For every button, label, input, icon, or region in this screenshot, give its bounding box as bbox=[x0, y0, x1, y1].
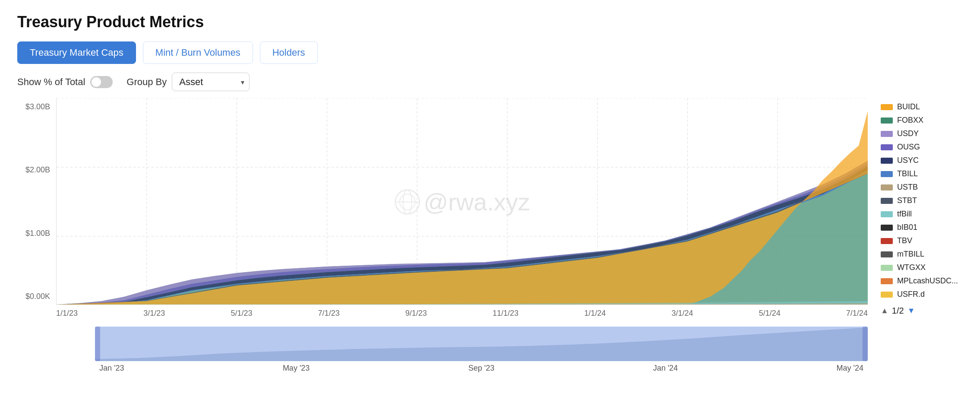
group-by-select[interactable]: AssetProtocolChain bbox=[172, 73, 250, 91]
x-axis-label: 5/1/23 bbox=[231, 309, 252, 318]
legend-label-WTGXX: WTGXX bbox=[897, 263, 926, 272]
legend-label-USFRd: USFR.d bbox=[897, 290, 925, 299]
mini-chart-label: May '23 bbox=[283, 364, 310, 373]
y-axis: $3.00B$2.00B$1.00B$0.00K bbox=[17, 98, 56, 305]
show-percent-label: Show % of Total bbox=[17, 76, 85, 88]
show-percent-toggle-label: Show % of Total bbox=[17, 76, 113, 88]
legend-item-tfBill: tfBill bbox=[881, 210, 963, 219]
legend-item-OUSG: OUSG bbox=[881, 143, 963, 152]
y-axis-label: $1.00B bbox=[17, 229, 50, 238]
legend-color-USDY bbox=[881, 131, 893, 137]
mini-chart-right-handle[interactable] bbox=[863, 327, 868, 361]
chart-svg: @rwa.xyz bbox=[56, 98, 868, 305]
y-axis-label: $0.00K bbox=[17, 292, 50, 301]
mini-chart-label: Jan '23 bbox=[99, 364, 124, 373]
x-axis-label: 9/1/23 bbox=[405, 309, 427, 318]
legend-item-FOBXX: FOBXX bbox=[881, 116, 963, 125]
mini-chart-left-handle[interactable] bbox=[95, 327, 100, 361]
tab-treasury-market-caps[interactable]: Treasury Market Caps bbox=[17, 41, 136, 64]
x-axis-label: 3/1/24 bbox=[671, 309, 693, 318]
page-title: Treasury Product Metrics bbox=[17, 13, 963, 31]
mini-chart-wrapper: Jan '23May '23Sep '23Jan '24May '24 bbox=[95, 327, 868, 373]
mini-chart-section: Jan '23May '23Sep '23Jan '24May '24 bbox=[56, 327, 868, 373]
x-axis-label: 7/1/24 bbox=[846, 309, 868, 318]
legend-color-STBT bbox=[881, 198, 893, 204]
legend-item-USFRd: USFR.d bbox=[881, 290, 963, 299]
mini-chart-labels: Jan '23May '23Sep '23Jan '24May '24 bbox=[95, 364, 868, 373]
legend-item-STBT: STBT bbox=[881, 196, 963, 205]
legend-color-MPLcashUSDC bbox=[881, 278, 893, 284]
group-by-label: Group By bbox=[126, 76, 167, 88]
legend-item-MPLcashUSDC: MPLcashUSDC... bbox=[881, 276, 963, 286]
x-axis-label: 1/1/24 bbox=[584, 309, 606, 318]
legend-color-TBV bbox=[881, 238, 893, 244]
group-by-select-wrapper: AssetProtocolChain ▾ bbox=[172, 73, 250, 91]
legend-label-USYC: USYC bbox=[897, 156, 919, 165]
toolbar: Treasury Market CapsMint / Burn VolumesH… bbox=[17, 41, 963, 64]
mini-chart-label: Sep '23 bbox=[468, 364, 495, 373]
legend-color-BUIDL bbox=[881, 104, 893, 110]
legend-label-tfBill: tfBill bbox=[897, 210, 912, 219]
legend-label-MPLcashUSDC: MPLcashUSDC... bbox=[897, 276, 958, 286]
chart-and-xaxis: @rwa.xyz bbox=[56, 98, 868, 373]
legend-item-USYC: USYC bbox=[881, 156, 963, 165]
legend-color-tfBill bbox=[881, 211, 893, 217]
chart-legend: BUIDLFOBXXUSDYOUSGUSYCTBILLUSTBSTBTtfBil… bbox=[868, 98, 963, 373]
tab-holders[interactable]: Holders bbox=[260, 41, 318, 64]
main-chart-section: $3.00B$2.00B$1.00B$0.00K @rwa.xyz bbox=[17, 98, 963, 373]
y-axis-label: $2.00B bbox=[17, 165, 50, 175]
tab-mint-burn-volumes[interactable]: Mint / Burn Volumes bbox=[143, 41, 253, 64]
legend-item-WTGXX: WTGXX bbox=[881, 263, 963, 272]
legend-label-mTBILL: mTBILL bbox=[897, 250, 924, 259]
legend-item-USTB: USTB bbox=[881, 183, 963, 192]
legend-color-mTBILL bbox=[881, 251, 893, 257]
page-up-arrow[interactable]: ▲ bbox=[881, 306, 888, 315]
legend-color-USTB bbox=[881, 184, 893, 190]
legend-item-TBV: TBV bbox=[881, 236, 963, 245]
legend-color-USFRd bbox=[881, 292, 893, 298]
mini-chart[interactable] bbox=[95, 327, 868, 361]
legend-item-BUIDL: BUIDL bbox=[881, 102, 963, 111]
legend-color-WTGXX bbox=[881, 265, 893, 271]
legend-color-OUSG bbox=[881, 144, 893, 150]
page-indicator: 1/2 bbox=[892, 306, 904, 316]
group-by-row: Group By AssetProtocolChain ▾ bbox=[126, 73, 250, 91]
legend-item-USDY: USDY bbox=[881, 129, 963, 138]
legend-color-USYC bbox=[881, 158, 893, 164]
mini-chart-label: May '24 bbox=[837, 364, 863, 373]
legend-item-mTBILL: mTBILL bbox=[881, 250, 963, 259]
legend-color-FOBXX bbox=[881, 117, 893, 124]
legend-label-OUSG: OUSG bbox=[897, 143, 920, 152]
legend-label-bIB01: bIB01 bbox=[897, 223, 917, 232]
mini-chart-label: Jan '24 bbox=[653, 364, 678, 373]
x-axis: 1/1/233/1/235/1/237/1/239/1/2311/1/231/1… bbox=[56, 305, 868, 318]
show-percent-toggle[interactable] bbox=[90, 76, 113, 88]
y-axis-label: $3.00B bbox=[17, 102, 50, 111]
legend-label-STBT: STBT bbox=[897, 196, 917, 205]
x-axis-label: 11/1/23 bbox=[493, 309, 518, 318]
legend-label-USTB: USTB bbox=[897, 183, 918, 192]
legend-label-TBV: TBV bbox=[897, 236, 912, 245]
x-axis-label: 1/1/23 bbox=[56, 309, 78, 318]
x-axis-label: 5/1/24 bbox=[759, 309, 781, 318]
legend-label-TBILL: TBILL bbox=[897, 169, 918, 178]
legend-label-USDY: USDY bbox=[897, 129, 919, 138]
legend-label-BUIDL: BUIDL bbox=[897, 102, 920, 111]
page-down-arrow[interactable]: ▼ bbox=[907, 306, 915, 315]
legend-color-TBILL bbox=[881, 171, 893, 177]
x-axis-label: 7/1/23 bbox=[318, 309, 340, 318]
legend-item-bIB01: bIB01 bbox=[881, 223, 963, 232]
controls-row: Show % of Total Group By AssetProtocolCh… bbox=[17, 73, 963, 91]
legend-item-TBILL: TBILL bbox=[881, 169, 963, 178]
legend-color-bIB01 bbox=[881, 225, 893, 231]
pagination: ▲1/2▼ bbox=[881, 306, 963, 316]
x-axis-label: 3/1/23 bbox=[143, 309, 165, 318]
legend-label-FOBXX: FOBXX bbox=[897, 116, 923, 125]
